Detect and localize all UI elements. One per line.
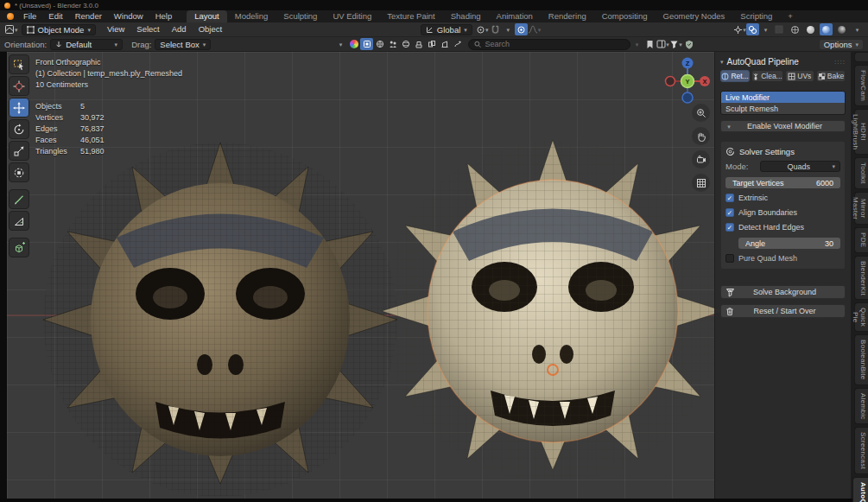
reset-start-over-button[interactable]: Reset / Start Over: [720, 304, 846, 318]
search-input[interactable]: [485, 40, 624, 48]
detect-hard-edges-checkbox[interactable]: ✓: [725, 223, 734, 232]
pivot-point-dropdown[interactable]: ▾: [476, 23, 489, 35]
menu-render[interactable]: Render: [69, 10, 108, 22]
tab-modeling[interactable]: Modeling: [227, 10, 276, 22]
tool-rotate[interactable]: [9, 119, 29, 139]
shading-wireframe-button[interactable]: [789, 23, 801, 35]
shading-rendered-button[interactable]: [835, 23, 848, 35]
shading-solid-button[interactable]: [804, 23, 817, 35]
sidebar-tab-partial[interactable]: [854, 52, 868, 62]
bookmark-icon[interactable]: [643, 38, 656, 50]
tool-cursor[interactable]: [9, 76, 29, 96]
orientation-select[interactable]: Default ▾: [50, 39, 123, 50]
snap-settings-dropdown[interactable]: ▾: [502, 23, 515, 35]
options-dropdown[interactable]: Options ▾: [819, 39, 864, 50]
tab-cleanup[interactable]: Clea...: [751, 70, 783, 82]
zoom-view-button[interactable]: [692, 104, 710, 122]
tab-rendering[interactable]: Rendering: [541, 10, 594, 22]
tool-scale[interactable]: [9, 141, 29, 161]
tool-transform[interactable]: [9, 162, 29, 182]
solve-background-button[interactable]: Solve Background: [720, 285, 846, 299]
tool-options-collapse[interactable]: ▾: [334, 38, 347, 50]
shading-dropdown[interactable]: ▾: [851, 23, 864, 35]
panel-drag-dots[interactable]: ::::: [834, 58, 846, 66]
camera-view-button[interactable]: [692, 150, 710, 168]
mode-dropdown[interactable]: Object Mode ▾: [22, 24, 96, 35]
tool-annotate[interactable]: [9, 189, 29, 209]
gizmo-negz-ball[interactable]: [682, 92, 693, 103]
quick-tool-5-button[interactable]: [412, 38, 425, 50]
sidebar-tab-screencast[interactable]: Screencast: [854, 427, 868, 474]
xray-toggle[interactable]: [772, 23, 785, 35]
tool-measure[interactable]: [9, 211, 29, 231]
filter-collapse-chevron[interactable]: ▾: [630, 38, 643, 50]
tab-compositing[interactable]: Compositing: [594, 10, 656, 22]
menu-add[interactable]: Add: [166, 23, 193, 35]
voxel-expand-chevron[interactable]: ▾: [721, 124, 737, 130]
overlays-dropdown[interactable]: ▾: [759, 23, 772, 35]
quick-tool-7-button[interactable]: [438, 38, 451, 50]
target-vertices-slider[interactable]: Target Vertices 6000: [725, 177, 840, 188]
menu-view[interactable]: View: [101, 23, 130, 35]
sidebar-tab-booleanbite[interactable]: BooleanBite: [854, 334, 868, 384]
tool-select-box[interactable]: [9, 54, 29, 74]
gizmo-negx-ball[interactable]: [666, 77, 675, 86]
align-boundaries-checkbox[interactable]: ✓: [725, 208, 734, 217]
menu-window[interactable]: Window: [108, 10, 149, 22]
tool-add-primitive[interactable]: [9, 238, 29, 257]
tab-geometry-nodes[interactable]: Geometry Nodes: [656, 10, 733, 22]
panel-collapse-icon[interactable]: ▾: [720, 59, 724, 65]
quick-tool-4-button[interactable]: [399, 38, 412, 50]
quick-tool-8-button[interactable]: [451, 38, 464, 50]
pan-view-button[interactable]: [692, 127, 710, 145]
menu-object[interactable]: Object: [193, 23, 228, 35]
tab-bake[interactable]: Bake: [816, 70, 846, 82]
sidebar-tab-alembic[interactable]: Alembic: [854, 388, 868, 425]
solver-mode-select[interactable]: Quads ▾: [760, 161, 840, 172]
angle-slider[interactable]: Angle 30: [738, 238, 840, 249]
sidebar-tab-mirror-master[interactable]: Mirror Master: [854, 192, 868, 225]
proportional-editing-toggle[interactable]: [515, 23, 528, 35]
quick-tool-3-button[interactable]: [386, 38, 399, 50]
list-item-live-modifier[interactable]: Live Modifier: [721, 92, 845, 103]
show-overlays-toggle[interactable]: [746, 23, 759, 35]
viewport-search[interactable]: [468, 39, 630, 50]
filter-funnel-dropdown[interactable]: ▾: [669, 38, 682, 50]
add-workspace-button[interactable]: +: [780, 10, 801, 22]
tab-uv-editing[interactable]: UV Editing: [325, 10, 379, 22]
quick-tool-1-button[interactable]: [360, 38, 373, 50]
menu-select[interactable]: Select: [130, 23, 165, 35]
tab-animation[interactable]: Animation: [489, 10, 541, 22]
editor-layout-dropdown[interactable]: ▾: [656, 38, 669, 50]
show-gizmo-dropdown[interactable]: ▾: [733, 23, 746, 35]
extrinsic-checkbox[interactable]: ✓: [725, 194, 734, 202]
drag-select[interactable]: Select Box ▾: [155, 39, 211, 50]
enable-voxel-modifier-button[interactable]: ▾ Enable Voxel Modifier: [720, 120, 846, 132]
shield-icon[interactable]: [682, 38, 695, 50]
sidebar-tab-flowcam[interactable]: FlowCam: [854, 65, 868, 106]
transform-orientation-dropdown[interactable]: Global ▾: [421, 24, 472, 35]
shading-material-button[interactable]: [820, 23, 833, 35]
tab-retopo[interactable]: Ret...: [720, 70, 750, 82]
sidebar-tab-toolkit[interactable]: Toolkit: [854, 157, 868, 189]
sidebar-tab-hdri-lightbrush[interactable]: HDRI LightBrush: [854, 109, 868, 155]
snap-magnet-icon[interactable]: [489, 23, 502, 35]
pure-quad-checkbox[interactable]: [725, 254, 734, 263]
sidebar-tab-autoquad[interactable]: AutoQuad: [852, 477, 868, 502]
tab-layout[interactable]: Layout: [187, 10, 227, 22]
blender-logo-icon[interactable]: [7, 13, 14, 20]
material-ball-icon[interactable]: [347, 38, 360, 50]
editor-type-button[interactable]: ▾: [4, 23, 18, 35]
menu-file[interactable]: File: [17, 10, 42, 22]
menu-help[interactable]: Help: [149, 10, 179, 22]
sidebar-tab-quick-pie[interactable]: Quick Pie: [854, 302, 868, 332]
tool-move[interactable]: [9, 98, 29, 118]
list-item-sculpt-remesh[interactable]: Sculpt Remesh: [721, 103, 845, 114]
perspective-toggle-button[interactable]: [692, 174, 710, 192]
tab-sculpting[interactable]: Sculpting: [276, 10, 325, 22]
tab-texture-paint[interactable]: Texture Paint: [379, 10, 442, 22]
quick-tool-2-button[interactable]: [373, 38, 386, 50]
tab-shading[interactable]: Shading: [443, 10, 489, 22]
proportional-falloff-dropdown[interactable]: ▾: [528, 23, 542, 35]
sidebar-tab-pde[interactable]: PDE: [854, 227, 868, 252]
